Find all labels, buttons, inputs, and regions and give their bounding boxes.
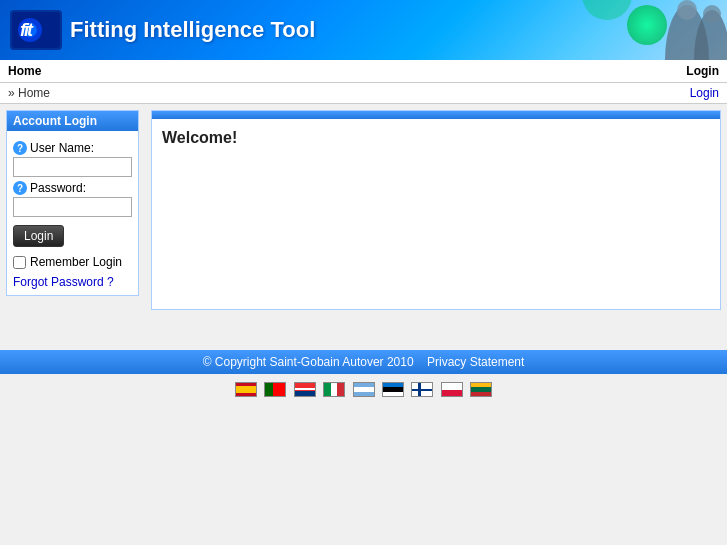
password-help-icon[interactable]: ? <box>13 181 27 195</box>
username-label: User Name: <box>30 141 94 155</box>
estonian-flag[interactable] <box>382 382 404 397</box>
username-input[interactable] <box>13 157 132 177</box>
header-decoration <box>547 0 727 60</box>
remember-checkbox[interactable] <box>13 256 26 269</box>
footer: © Copyright Saint-Gobain Autover 2010 Pr… <box>0 350 727 374</box>
app-title: Fitting Intelligence Tool <box>70 17 315 43</box>
breadcrumb-bar: » Home Login <box>0 83 727 104</box>
content-panel-header <box>152 111 720 119</box>
main-layout: Account Login ? User Name: ? Password: L… <box>0 104 727 344</box>
portuguese-flag[interactable] <box>264 382 286 397</box>
nav-home-link[interactable]: Home <box>8 64 41 78</box>
content-panel: Welcome! <box>151 110 721 310</box>
polish-flag[interactable] <box>441 382 463 397</box>
lithuanian-flag[interactable] <box>470 382 492 397</box>
finnish-flag[interactable] <box>411 382 433 397</box>
content-area: Welcome! <box>145 104 727 344</box>
remember-row: Remember Login <box>13 255 132 269</box>
content-body: Welcome! <box>152 119 720 157</box>
login-button[interactable]: Login <box>13 225 64 247</box>
nav-login-link[interactable]: Login <box>686 64 719 78</box>
navbar: Home Login <box>0 60 727 83</box>
password-label-row: ? Password: <box>13 181 132 195</box>
password-label: Password: <box>30 181 86 195</box>
logo-area: fit Fitting Intelligence Tool <box>10 10 315 50</box>
breadcrumb-arrow: » <box>8 86 15 100</box>
panel-header: Account Login <box>7 111 138 131</box>
argentinian-flag[interactable] <box>353 382 375 397</box>
panel-body: ? User Name: ? Password: Login Remember … <box>7 131 138 295</box>
password-input[interactable] <box>13 197 132 217</box>
svg-point-8 <box>582 0 632 20</box>
norwegian-flag[interactable] <box>294 382 316 397</box>
account-login-panel: Account Login ? User Name: ? Password: L… <box>6 110 139 296</box>
svg-point-7 <box>703 5 721 23</box>
username-help-icon[interactable]: ? <box>13 141 27 155</box>
remember-label: Remember Login <box>30 255 122 269</box>
username-label-row: ? User Name: <box>13 141 132 155</box>
svg-point-5 <box>677 0 697 20</box>
header: fit Fitting Intelligence Tool <box>0 0 727 60</box>
breadcrumb-home-link[interactable]: Home <box>18 86 50 100</box>
breadcrumb-login-link[interactable]: Login <box>690 86 719 100</box>
privacy-link[interactable]: Privacy Statement <box>427 355 524 369</box>
flags-row <box>0 374 727 405</box>
logo-icon: fit <box>10 10 62 50</box>
welcome-text: Welcome! <box>162 129 237 146</box>
footer-copyright: © Copyright Saint-Gobain Autover 2010 <box>203 355 414 369</box>
forgot-password-link[interactable]: Forgot Password ? <box>13 275 132 289</box>
spanish-flag[interactable] <box>235 382 257 397</box>
breadcrumb: » Home <box>8 86 50 100</box>
italian-flag[interactable] <box>323 382 345 397</box>
sidebar: Account Login ? User Name: ? Password: L… <box>0 104 145 344</box>
